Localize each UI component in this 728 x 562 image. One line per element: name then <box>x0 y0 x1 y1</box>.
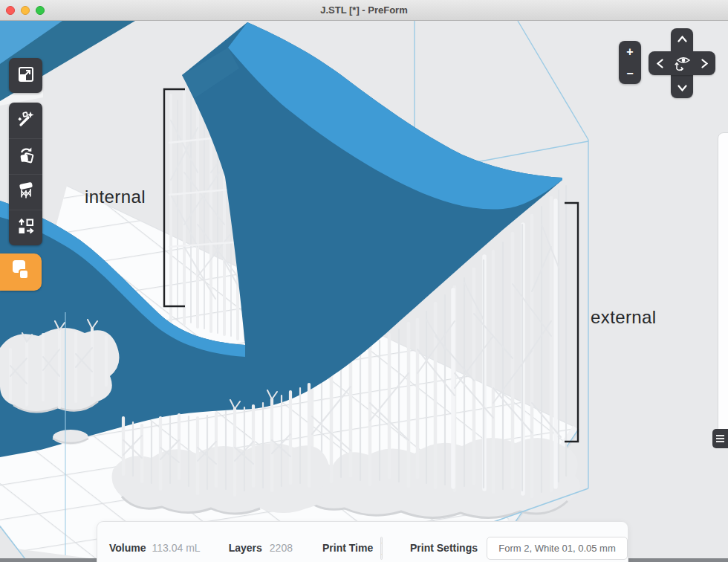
window-title: J.STL [*] - PreForm <box>320 4 408 16</box>
rotate-icon <box>16 146 36 168</box>
chevron-up-icon <box>677 36 687 42</box>
close-button[interactable] <box>6 6 15 15</box>
internal-label: internal <box>85 187 146 207</box>
view-dpad <box>649 28 715 98</box>
pan-left-button[interactable] <box>651 54 669 72</box>
print-button[interactable] <box>0 253 42 291</box>
zoom-out-button[interactable]: − <box>619 62 641 84</box>
printer-icon <box>10 259 32 285</box>
toolbar-group <box>9 103 42 245</box>
magic-wand-icon <box>16 109 36 132</box>
external-label: external <box>591 307 657 328</box>
orbit-eye-icon <box>672 54 692 73</box>
rotate-tool-button[interactable] <box>9 138 42 174</box>
pan-up-button[interactable] <box>673 30 691 48</box>
preform-window: internal external <box>0 0 728 562</box>
pan-right-button[interactable] <box>695 54 713 72</box>
title-bar[interactable]: J.STL [*] - PreForm <box>0 0 728 21</box>
print-time-box: -- <box>380 537 383 560</box>
layout-tool-button[interactable] <box>9 210 42 245</box>
hamburger-icon <box>716 435 724 442</box>
volume-value: 113.04 mL <box>152 542 201 554</box>
layout-icon <box>16 217 36 239</box>
volume-label: Volume <box>109 542 146 554</box>
print-time-value: -- <box>381 537 383 559</box>
fullscreen-button[interactable] <box>36 6 45 15</box>
viewport-3d[interactable] <box>0 0 728 562</box>
orientation-tool-button[interactable] <box>9 103 42 138</box>
print-settings-label: Print Settings <box>410 542 478 554</box>
status-bar: Volume 113.04 mL Layers 2208 Print Time … <box>97 521 628 562</box>
print-time-label: Print Time <box>322 542 373 554</box>
zoom-control: + − <box>619 41 641 84</box>
traffic-lights <box>6 6 45 15</box>
layer-slider[interactable] <box>718 132 728 439</box>
pan-down-button[interactable] <box>673 79 691 97</box>
scale-tool-button[interactable] <box>9 58 42 93</box>
scale-icon <box>16 65 36 87</box>
chevron-down-icon <box>677 85 687 91</box>
layer-slider-menu-button[interactable] <box>712 429 728 448</box>
chevron-right-icon <box>701 59 708 68</box>
layers-label: Layers <box>229 542 262 554</box>
supports-icon <box>16 181 36 204</box>
layers-value: 2208 <box>270 542 293 554</box>
supports-tool-button[interactable] <box>9 174 42 210</box>
orbit-view-button[interactable] <box>671 53 693 74</box>
chevron-left-icon <box>657 59 663 68</box>
print-settings-button[interactable]: Form 2, White 01, 0.05 mm <box>487 537 628 560</box>
minimize-button[interactable] <box>21 6 30 15</box>
zoom-in-button[interactable]: + <box>619 41 641 62</box>
